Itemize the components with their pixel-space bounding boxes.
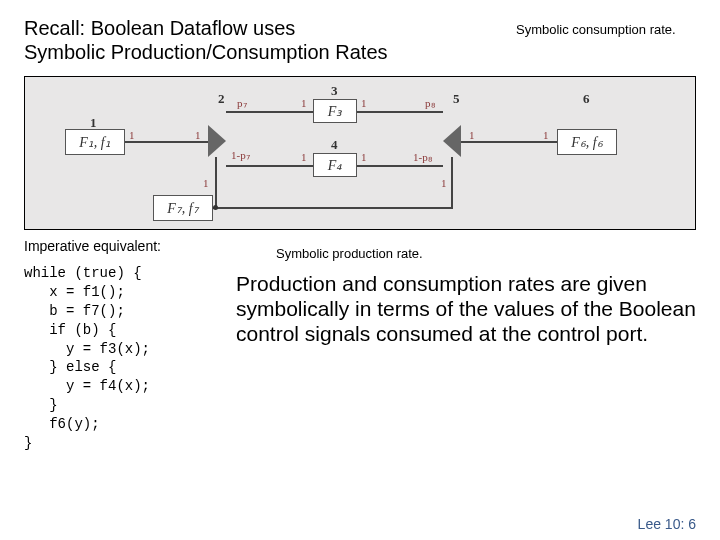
box-f6: F₆, f₆: [557, 129, 617, 155]
box-f1: F₁, f₁: [65, 129, 125, 155]
imperative-heading: Imperative equivalent:: [24, 238, 224, 254]
code-block: while (true) { x = f1(); b = f7(); if (b…: [24, 264, 224, 453]
switch-left-icon: [208, 125, 226, 157]
node-5-label: 5: [453, 91, 460, 107]
edge-2-4: [226, 165, 313, 167]
rate-1d: 1: [361, 97, 367, 109]
rate-p8-top: p₈: [425, 97, 435, 110]
node-4-label: 4: [331, 137, 338, 153]
rate-1c: 1: [301, 97, 307, 109]
switch-right-icon: [443, 125, 461, 157]
rate-1b: 1: [195, 129, 201, 141]
edge-5-6: [461, 141, 557, 143]
box-f3: F₃: [313, 99, 357, 123]
node-3-label: 3: [331, 83, 338, 99]
edge-7-5v: [451, 157, 453, 209]
node-6-label: 6: [583, 91, 590, 107]
rate-1g: 1: [469, 129, 475, 141]
rate-1mp8: 1-p₈: [413, 151, 432, 164]
junction-dot: [213, 205, 218, 210]
annotation-consumption-rate: Symbolic consumption rate.: [516, 16, 696, 37]
edge-2-3: [226, 111, 313, 113]
edge-1-2: [125, 141, 208, 143]
rate-1j: 1: [441, 177, 447, 189]
title-line-2: Symbolic Production/Consumption Rates: [24, 41, 388, 63]
box-f4: F₄: [313, 153, 357, 177]
rate-1e: 1: [301, 151, 307, 163]
rate-1a: 1: [129, 129, 135, 141]
dataflow-diagram: 1 F₁, f₁ 2 3 F₃ 4 F₄ 5 6 F₆, f₆ F₇, f₇ 1…: [24, 76, 696, 230]
rate-1f: 1: [361, 151, 367, 163]
title-line-1: Recall: Boolean Dataflow uses: [24, 17, 295, 39]
node-2-label: 2: [218, 91, 225, 107]
rate-1h: 1: [543, 129, 549, 141]
annotation-production-rate: Symbolic production rate.: [276, 246, 696, 261]
slide-title: Recall: Boolean Dataflow uses Symbolic P…: [24, 16, 388, 64]
rate-1mp7: 1-p₇: [231, 149, 250, 162]
rate-1i: 1: [203, 177, 209, 189]
rate-p7-top: p₇: [237, 97, 247, 110]
edge-4-5: [357, 165, 443, 167]
box-f7: F₇, f₇: [153, 195, 213, 221]
edge-3-5: [357, 111, 443, 113]
slide-footer: Lee 10: 6: [638, 516, 696, 532]
edge-7-2: [215, 157, 217, 207]
body-paragraph: Production and consumption rates are giv…: [236, 271, 696, 347]
edge-7-5h: [213, 207, 453, 209]
